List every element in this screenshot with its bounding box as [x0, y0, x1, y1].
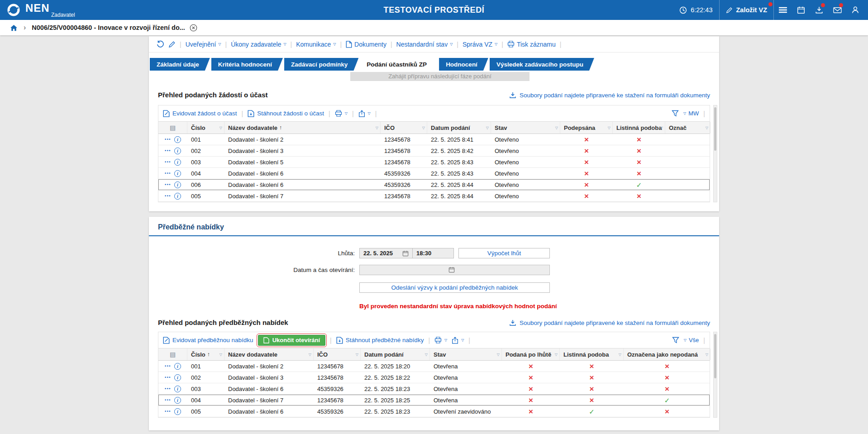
- table-row[interactable]: •••i005Dodavatel - školení 64535932622. …: [158, 406, 710, 417]
- table-row[interactable]: •••i001Dodavatel - školení 21234567822. …: [158, 361, 710, 372]
- tab-kriteria-hodnoceni[interactable]: Kritéria hodnocení: [211, 58, 283, 71]
- column-header-icons[interactable]: ▤: [158, 348, 187, 360]
- filter-caret-icon[interactable]: ▽: [619, 353, 621, 357]
- menu-item-komunikace[interactable]: Komunikace▽: [296, 41, 336, 48]
- filter-caret-icon[interactable]: ▽: [706, 353, 708, 357]
- info-icon[interactable]: i: [174, 181, 181, 188]
- filter-button[interactable]: [672, 110, 679, 117]
- info-icon[interactable]: i: [174, 136, 181, 143]
- export-menu-button[interactable]: ▽: [452, 337, 464, 344]
- column-header[interactable]: Číslo↑▽: [187, 348, 224, 360]
- menu-item-ukony-zadavatele[interactable]: Úkony zadavatele▽: [231, 41, 286, 48]
- column-header[interactable]: Datum podání▽: [427, 122, 491, 134]
- scrollbar-thumb[interactable]: [714, 334, 716, 378]
- row-menu-icon[interactable]: •••: [165, 148, 171, 153]
- filter-caret-icon[interactable]: ▽: [219, 126, 222, 130]
- column-header[interactable]: Podepsána▽: [560, 122, 613, 134]
- info-icon[interactable]: i: [174, 159, 181, 166]
- evidovat-nabidku-button[interactable]: Evidovat předběžnou nabídku: [163, 337, 253, 344]
- column-header[interactable]: Listinná podoba▽: [560, 348, 624, 360]
- info-icon[interactable]: i: [174, 397, 181, 404]
- column-header[interactable]: Podaná po lhůtě▽: [502, 348, 560, 360]
- breadcrumb-item[interactable]: N006/25/V00004860 - Inovace v rozvoji ří…: [32, 24, 197, 32]
- menu-item-sprava-vz[interactable]: Správa VZ▽: [463, 41, 497, 48]
- print-menu-button[interactable]: ▽: [434, 337, 447, 343]
- filter-button[interactable]: [672, 337, 679, 343]
- row-menu-icon[interactable]: •••: [165, 398, 171, 402]
- menu-button[interactable]: [774, 0, 792, 20]
- column-header[interactable]: Název dodavatele↑▽: [224, 122, 381, 134]
- opening-datetime-field[interactable]: [359, 265, 550, 275]
- info-icon[interactable]: i: [174, 386, 181, 392]
- home-button[interactable]: [10, 24, 18, 31]
- column-header[interactable]: Listinná podoba▽: [613, 122, 665, 134]
- menu-item-tisk-zaznamu[interactable]: Tisk záznamu: [507, 41, 556, 48]
- downloads-button[interactable]: [810, 0, 828, 20]
- tab-podani-ucastniku-zp[interactable]: Podání účastníků ZP: [360, 58, 438, 71]
- tab-zakladni-udaje[interactable]: Základní údaje: [150, 58, 210, 71]
- files-download-link[interactable]: Soubory podání najdete připravené ke sta…: [509, 319, 710, 326]
- filter-caret-icon[interactable]: ▽: [555, 126, 558, 130]
- column-header-icons[interactable]: ▤: [158, 122, 187, 134]
- column-header[interactable]: Číslo▽: [187, 122, 224, 134]
- row-menu-icon[interactable]: •••: [165, 194, 171, 198]
- menu-item-nestandardni-stav[interactable]: Nestandardní stav▽: [396, 41, 453, 48]
- create-vz-button[interactable]: Založit VZ: [720, 0, 773, 20]
- info-icon[interactable]: i: [174, 408, 181, 415]
- row-menu-icon[interactable]: •••: [165, 137, 171, 142]
- table-row[interactable]: •••i003Dodavatel - školení 51234567822. …: [158, 157, 710, 168]
- info-icon[interactable]: i: [174, 170, 181, 177]
- column-header[interactable]: Stav▽: [430, 348, 502, 360]
- menu-item-uverejneni[interactable]: Uveřejnění▽: [186, 41, 221, 48]
- deadline-date-field[interactable]: 22. 5. 2025: [359, 248, 413, 258]
- tab-hodnoceni[interactable]: Hodnocení: [439, 58, 488, 71]
- filter-caret-icon[interactable]: ▽: [660, 126, 663, 130]
- table-row[interactable]: •••i005Dodavatel - školení 71234567822. …: [158, 191, 710, 202]
- scrollbar-thumb[interactable]: [714, 107, 716, 151]
- row-menu-icon[interactable]: •••: [165, 364, 171, 368]
- calendar-icon[interactable]: [448, 267, 455, 273]
- filter-caret-icon[interactable]: ▽: [555, 353, 558, 357]
- stahnout-nabidky-button[interactable]: Stáhnout předběžné nabídky: [336, 337, 424, 344]
- app-logo[interactable]: NEN Zadavatel: [0, 0, 109, 20]
- table-row[interactable]: •••i004Dodavatel - školení 64535932622. …: [158, 168, 710, 179]
- column-header[interactable]: IČO▽: [381, 122, 427, 134]
- filter-caret-icon[interactable]: ▽: [608, 126, 610, 130]
- filter-caret-icon[interactable]: ▽: [356, 353, 358, 357]
- tab-vysledek-zadavaciho-postupu[interactable]: Výsledek zadávacího postupu: [490, 58, 594, 71]
- menu-item-dokumenty[interactable]: Dokumenty: [346, 41, 386, 48]
- table-row[interactable]: •••i003Dodavatel - školení 64535932622. …: [158, 383, 710, 395]
- view-selector[interactable]: ▽MW: [683, 110, 699, 117]
- close-icon[interactable]: [190, 24, 197, 32]
- table-row[interactable]: •••i002Dodavatel - školení 31234567822. …: [158, 145, 710, 157]
- table-row[interactable]: •••i004Dodavatel - školení 71234567822. …: [158, 395, 710, 406]
- filter-caret-icon[interactable]: ▽: [309, 353, 311, 357]
- column-header[interactable]: Datum podání▽: [361, 348, 430, 360]
- view-selector[interactable]: ▽Vše: [684, 337, 699, 343]
- deadline-time-field[interactable]: 18:30: [412, 248, 454, 258]
- info-icon[interactable]: i: [174, 148, 181, 154]
- row-menu-icon[interactable]: •••: [165, 386, 171, 391]
- info-icon[interactable]: i: [174, 374, 181, 381]
- row-menu-icon[interactable]: •••: [165, 182, 171, 187]
- table-row[interactable]: •••i006Dodavatel - školení 64535932622. …: [158, 179, 710, 191]
- files-download-link[interactable]: Soubory podání najdete připravené ke sta…: [509, 91, 710, 99]
- filter-caret-icon[interactable]: ▽: [425, 353, 428, 357]
- stahnout-zadosti-button[interactable]: Stáhnout žádosti o účast: [248, 110, 324, 117]
- start-next-phase-button[interactable]: Zahájit přípravu následující fáze podání: [350, 72, 529, 81]
- messages-button[interactable]: [828, 0, 846, 20]
- row-menu-icon[interactable]: •••: [165, 171, 171, 176]
- column-header[interactable]: IČO▽: [314, 348, 361, 360]
- edit-button[interactable]: [168, 41, 176, 48]
- filter-caret-icon[interactable]: ▽: [376, 126, 378, 130]
- calendar-button[interactable]: [792, 0, 810, 20]
- table-row[interactable]: •••i002Dodavatel - školení 31234567822. …: [158, 372, 710, 383]
- vertical-scrollbar[interactable]: [713, 105, 717, 202]
- evidovat-zadost-button[interactable]: Evidovat žádost o účast: [163, 110, 237, 117]
- row-menu-icon[interactable]: •••: [165, 409, 171, 414]
- export-menu-button[interactable]: ▽: [358, 110, 371, 117]
- filter-caret-icon[interactable]: ▽: [497, 353, 500, 357]
- calendar-icon[interactable]: [402, 250, 409, 257]
- table-row[interactable]: •••i001Dodavatel - školení 21234567822. …: [158, 134, 710, 145]
- send-call-button[interactable]: Odeslání výzvy k podání předběžných nabí…: [359, 282, 550, 293]
